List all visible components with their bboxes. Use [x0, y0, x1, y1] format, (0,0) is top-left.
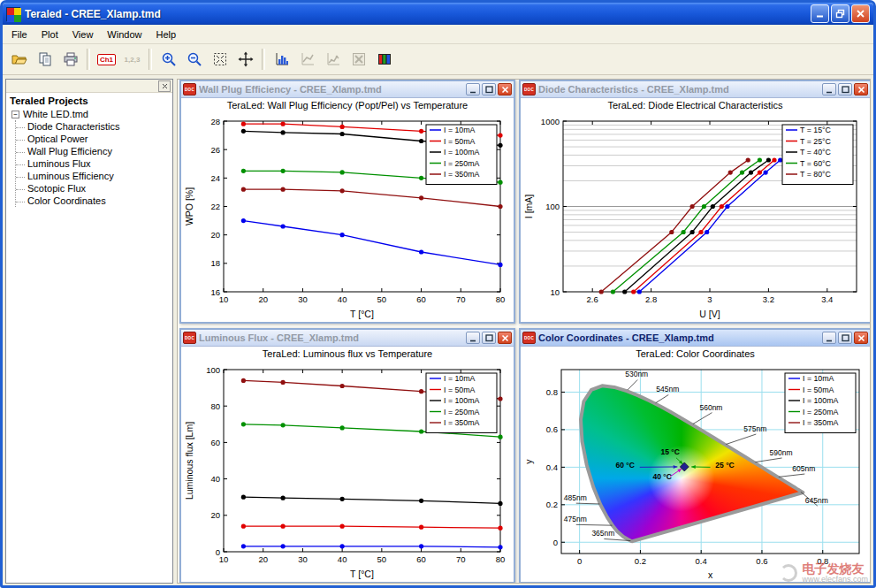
content-area: Teraled Projects − White LED.tmd Diode C…	[3, 75, 873, 587]
child-maximize-button[interactable]	[838, 332, 852, 344]
app-icon	[6, 7, 20, 21]
print-button[interactable]	[58, 48, 82, 72]
svg-text:560nm: 560nm	[699, 403, 722, 412]
child-close-button[interactable]	[854, 332, 868, 344]
svg-text:I = 100mA: I = 100mA	[444, 148, 479, 157]
menu-item-view[interactable]: View	[65, 27, 101, 42]
menu-item-window[interactable]: Window	[100, 27, 149, 42]
minimize-button[interactable]	[811, 4, 829, 23]
svg-text:25 °C: 25 °C	[715, 461, 734, 470]
window-title: Teraled - CREE_Xlamp.tmd	[25, 8, 806, 20]
collapse-icon[interactable]: −	[11, 111, 19, 118]
fit-view-button[interactable]	[208, 48, 232, 72]
svg-text:15 °C: 15 °C	[660, 447, 679, 456]
channel1-button[interactable]: Ch1	[95, 48, 118, 72]
menu-item-help[interactable]: Help	[149, 27, 183, 42]
window-luminous-flux[interactable]: DOC Luminous Flux - CREE_Xlamp.tmd TeraL…	[179, 328, 515, 584]
child-close-button[interactable]	[498, 332, 512, 344]
svg-text:I = 100mA: I = 100mA	[444, 396, 479, 405]
color-plot-button[interactable]	[372, 48, 396, 72]
svg-text:T = 25°C: T = 25°C	[800, 137, 832, 146]
child-maximize-button[interactable]	[482, 332, 496, 344]
svg-text:T [°C]: T [°C]	[350, 569, 374, 579]
svg-text:30: 30	[298, 554, 308, 564]
svg-text:1000: 1000	[541, 117, 560, 126]
tree-item-luminous-efficiency[interactable]: Luminous Efficiency	[16, 170, 169, 182]
svg-text:40 °C: 40 °C	[652, 472, 671, 481]
pan-button[interactable]	[233, 48, 257, 72]
zoom-in-button[interactable]	[156, 48, 180, 72]
line-plot2-button[interactable]	[321, 48, 345, 72]
main-window: Teraled - CREE_Xlamp.tmd FilePlotViewWin…	[0, 0, 876, 588]
tree-item-scotopic-flux[interactable]: Scotopic Flux	[16, 182, 169, 195]
color-coordinates-chart: 00.20.40.60.800.20.40.60.8xy530nm545nm56…	[522, 363, 868, 580]
zoom-out-button[interactable]	[182, 48, 206, 72]
wall-plug-efficiency-chart: 102030405060708016182022242628T [°C]WPO …	[183, 114, 512, 320]
child-titlebar[interactable]: DOC Color Coordinates - CREE_Xlamp.tmd	[521, 330, 870, 347]
child-minimize-button[interactable]	[822, 83, 836, 95]
child-titlebar[interactable]: DOC Wall Plug Efficiency - CREE_Xlamp.tm…	[181, 81, 514, 98]
panel-close-button[interactable]	[158, 80, 171, 92]
svg-text:T = 80°C: T = 80°C	[800, 170, 832, 179]
child-minimize-button[interactable]	[466, 83, 480, 95]
tree-item-color-coordinates[interactable]: Color Coordinates	[16, 195, 169, 207]
svg-text:0: 0	[216, 547, 220, 557]
svg-text:645nm: 645nm	[805, 496, 828, 505]
titlebar[interactable]: Teraled - CREE_Xlamp.tmd	[3, 3, 873, 25]
tree-root-white-led[interactable]: − White LED.tmd	[11, 108, 169, 120]
svg-text:70: 70	[456, 294, 466, 304]
svg-text:605nm: 605nm	[792, 464, 815, 473]
open-folder-icon	[11, 51, 27, 67]
tree-item-diode-characteristics[interactable]: Diode Characteristics	[16, 120, 169, 133]
numbers-button[interactable]: 1,2,3	[120, 48, 144, 72]
svg-text:I = 350mA: I = 350mA	[803, 418, 838, 427]
chart-title: TeraLed: Color Coordinates	[522, 348, 868, 363]
line-plot-icon	[300, 51, 316, 67]
svg-text:I = 250mA: I = 250mA	[444, 408, 479, 416]
tree-item-wall-plug-efficiency[interactable]: Wall Plug Efficiency	[16, 145, 169, 157]
luminous-flux-chart: 1020304050607080020406080100T [°C]Lumino…	[183, 363, 512, 580]
chart-title: TeraLed: Wall Plug Efficiency (Popt/Pel)…	[183, 100, 512, 114]
child-minimize-button[interactable]	[466, 332, 480, 344]
child-titlebar[interactable]: DOC Diode Characteristics - CREE_Xlamp.t…	[521, 81, 870, 98]
restore-button[interactable]	[831, 4, 849, 23]
window-wall-plug-efficiency[interactable]: DOC Wall Plug Efficiency - CREE_Xlamp.tm…	[179, 80, 515, 324]
export-table-button[interactable]	[347, 48, 370, 72]
toolbar: Ch1 1,2,3	[3, 44, 873, 75]
document-icon: DOC	[522, 332, 536, 344]
menu-item-file[interactable]: File	[4, 27, 34, 42]
svg-text:Luminous flux [Lm]: Luminous flux [Lm]	[184, 422, 194, 500]
svg-text:I = 50mA: I = 50mA	[444, 386, 476, 394]
svg-text:T = 15°C: T = 15°C	[800, 126, 832, 134]
svg-text:545nm: 545nm	[656, 385, 679, 393]
svg-text:20: 20	[210, 230, 220, 240]
child-window-title: Wall Plug Efficiency - CREE_Xlamp.tmd	[199, 84, 463, 95]
svg-text:3: 3	[707, 294, 712, 304]
svg-text:WPO [%]: WPO [%]	[184, 187, 194, 225]
window-color-coordinates[interactable]: DOC Color Coordinates - CREE_Xlamp.tmd T…	[519, 328, 871, 584]
child-titlebar[interactable]: DOC Luminous Flux - CREE_Xlamp.tmd	[181, 330, 514, 347]
svg-text:70: 70	[456, 554, 466, 564]
child-close-button[interactable]	[498, 83, 512, 95]
copy-button[interactable]	[33, 48, 57, 72]
histogram-button[interactable]	[270, 48, 293, 72]
zoom-out-icon	[187, 51, 202, 67]
toolbar-separator	[262, 49, 265, 70]
open-file-button[interactable]	[7, 48, 31, 72]
pan-icon	[238, 51, 254, 67]
close-button[interactable]	[851, 4, 870, 23]
export-table-icon	[351, 51, 367, 67]
svg-text:26: 26	[210, 145, 220, 155]
child-maximize-button[interactable]	[482, 83, 496, 95]
menu-item-plot[interactable]: Plot	[34, 27, 65, 42]
svg-text:80: 80	[496, 294, 506, 304]
tree-item-optical-power[interactable]: Optical Power	[16, 133, 169, 145]
line-plot-button[interactable]	[295, 48, 319, 72]
child-maximize-button[interactable]	[838, 83, 852, 95]
diode-characteristics-chart: 2.62.833.23.4101001000U [V]I [mA]T = 15°…	[522, 114, 868, 320]
child-minimize-button[interactable]	[822, 332, 836, 344]
tree-item-luminous-flux[interactable]: Luminous Flux	[16, 157, 169, 170]
child-close-button[interactable]	[854, 83, 868, 95]
window-diode-characteristics[interactable]: DOC Diode Characteristics - CREE_Xlamp.t…	[519, 80, 871, 324]
fit-view-icon	[212, 51, 228, 67]
